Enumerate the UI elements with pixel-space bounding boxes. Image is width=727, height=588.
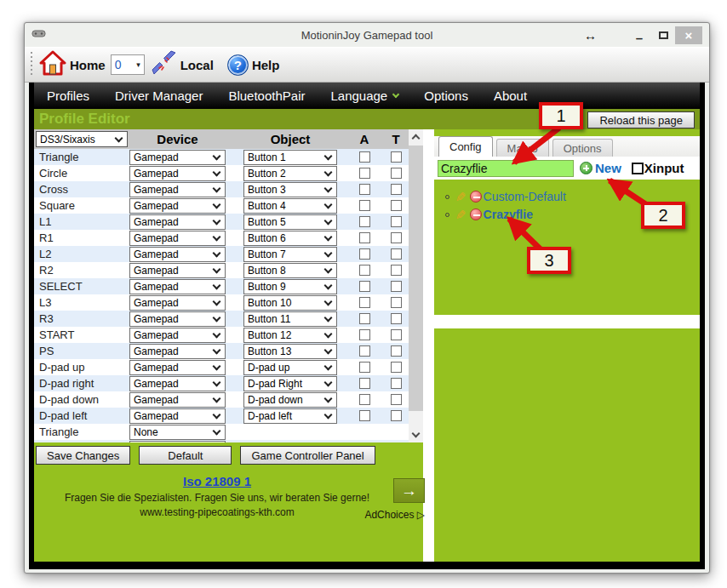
checkbox-t[interactable] (391, 410, 402, 421)
checkbox-t[interactable] (391, 378, 402, 389)
table-scrollbar[interactable] (409, 129, 423, 442)
checkbox-t[interactable] (391, 248, 402, 260)
checkbox-a[interactable] (359, 329, 370, 340)
add-plus-icon[interactable] (580, 162, 592, 174)
device-select[interactable]: None (129, 425, 226, 440)
menu-profiles[interactable]: Profiles (34, 83, 102, 109)
device-select[interactable]: Gamepad (129, 408, 226, 424)
device-select[interactable]: Gamepad (129, 295, 226, 311)
tab-config[interactable]: Config (438, 136, 493, 157)
object-select[interactable]: Button 8 (243, 263, 337, 278)
local-connect-icon[interactable] (152, 50, 177, 79)
adchoices-link[interactable]: AdChoices ▷ (34, 509, 425, 521)
object-select[interactable]: D-pad down (243, 392, 337, 408)
maximize-button[interactable] (651, 26, 675, 44)
scroll-down-button[interactable] (409, 428, 423, 442)
device-select[interactable]: Gamepad (129, 214, 226, 230)
device-select[interactable]: Gamepad (129, 166, 226, 181)
object-select[interactable]: Button 5 (243, 214, 337, 230)
edit-pencil-icon[interactable]: ✎ (455, 208, 467, 221)
player-number-select[interactable]: 0 ▾ (111, 54, 145, 75)
checkbox-a[interactable] (359, 248, 370, 260)
checkbox-t[interactable] (391, 216, 402, 227)
checkbox-a[interactable] (359, 184, 370, 195)
checkbox-a[interactable] (359, 281, 370, 292)
checkbox-a[interactable] (359, 378, 370, 389)
object-select[interactable]: Button 12 (243, 328, 337, 343)
menu-driver-manager[interactable]: Driver Manager (102, 83, 215, 109)
device-select[interactable]: Gamepad (129, 311, 226, 327)
device-select[interactable]: Gamepad (129, 279, 226, 294)
checkbox-t[interactable] (391, 232, 402, 243)
device-select[interactable]: Gamepad (129, 392, 226, 408)
menu-about[interactable]: About (481, 83, 540, 109)
checkbox-a[interactable] (359, 297, 370, 308)
object-select[interactable]: Button 3 (243, 182, 337, 197)
checkbox-a[interactable] (359, 362, 370, 373)
controller-type-select[interactable]: DS3/Sixaxis (36, 131, 128, 147)
profile-link-crazyflie[interactable]: Crazyflie (484, 208, 533, 221)
profile-name-input[interactable] (438, 160, 574, 177)
checkbox-a[interactable] (359, 216, 370, 227)
default-button[interactable]: Default (139, 446, 232, 465)
object-select[interactable]: Button 2 (243, 166, 337, 181)
object-select[interactable]: Button 7 (243, 247, 337, 262)
checkbox-t[interactable] (391, 329, 402, 340)
object-select[interactable]: Button 6 (243, 231, 337, 246)
checkbox-t[interactable] (391, 168, 402, 179)
save-changes-button[interactable]: Save Changes (36, 446, 130, 465)
tab-macro[interactable]: Macro (496, 139, 549, 157)
toolbar-grip[interactable] (30, 52, 34, 77)
device-select[interactable]: Gamepad (129, 198, 226, 214)
menu-language[interactable]: Language (318, 83, 411, 109)
object-select[interactable]: Button 9 (243, 279, 337, 294)
minimize-button[interactable]: – (627, 26, 651, 44)
object-select[interactable]: Button 13 (243, 344, 337, 359)
menu-bluetoothpair[interactable]: BluetoothPair (215, 83, 318, 109)
checkbox-t[interactable] (391, 184, 402, 195)
delete-minus-icon[interactable] (470, 208, 482, 220)
object-select[interactable]: D-pad up (243, 360, 337, 375)
edit-pencil-icon[interactable]: ✎ (455, 191, 467, 203)
xinput-checkbox[interactable] (632, 163, 644, 174)
object-select[interactable]: Button 1 (243, 150, 337, 165)
delete-minus-icon[interactable] (470, 191, 482, 203)
device-select[interactable]: Gamepad (129, 328, 226, 343)
ad-arrow-button[interactable]: → (393, 478, 425, 503)
object-select[interactable]: Button 11 (243, 311, 337, 327)
game-controller-panel-button[interactable]: Game Controller Panel (240, 446, 375, 465)
checkbox-t[interactable] (391, 200, 402, 211)
checkbox-t[interactable] (391, 265, 402, 276)
checkbox-a[interactable] (359, 232, 370, 243)
checkbox-a[interactable] (359, 265, 370, 276)
checkbox-t[interactable] (391, 297, 402, 308)
object-select[interactable]: D-pad left (243, 408, 337, 424)
checkbox-t[interactable] (391, 362, 402, 373)
checkbox-t[interactable] (391, 394, 402, 405)
device-select[interactable]: Gamepad (129, 344, 226, 359)
checkbox-a[interactable] (359, 200, 370, 211)
home-icon[interactable] (39, 49, 66, 80)
device-select[interactable]: Gamepad (129, 150, 226, 165)
local-button[interactable]: Local (180, 58, 214, 72)
device-select[interactable]: Gamepad (129, 182, 226, 197)
profile-link-custom-default[interactable]: Custom-Default (484, 190, 566, 203)
scrollbar-track[interactable] (409, 144, 423, 428)
reload-page-button[interactable]: Reload this page (587, 111, 695, 128)
device-select[interactable]: Gamepad (129, 231, 226, 246)
help-button[interactable]: Help (252, 58, 280, 72)
home-button[interactable]: Home (70, 58, 106, 72)
checkbox-t[interactable] (391, 313, 402, 324)
checkbox-a[interactable] (359, 410, 370, 421)
help-icon[interactable]: ? (227, 54, 249, 76)
checkbox-t[interactable] (391, 281, 402, 292)
new-profile-button[interactable]: New (595, 161, 621, 175)
device-select[interactable]: Gamepad (129, 247, 226, 262)
ad-title-link[interactable]: Iso 21809 1 (183, 474, 251, 488)
object-select[interactable]: D-pad Right (243, 376, 337, 391)
object-select[interactable]: Button 10 (243, 295, 337, 311)
close-button[interactable]: × (675, 26, 702, 44)
checkbox-t[interactable] (391, 345, 402, 357)
menu-options[interactable]: Options (411, 83, 481, 109)
checkbox-t[interactable] (391, 151, 402, 163)
